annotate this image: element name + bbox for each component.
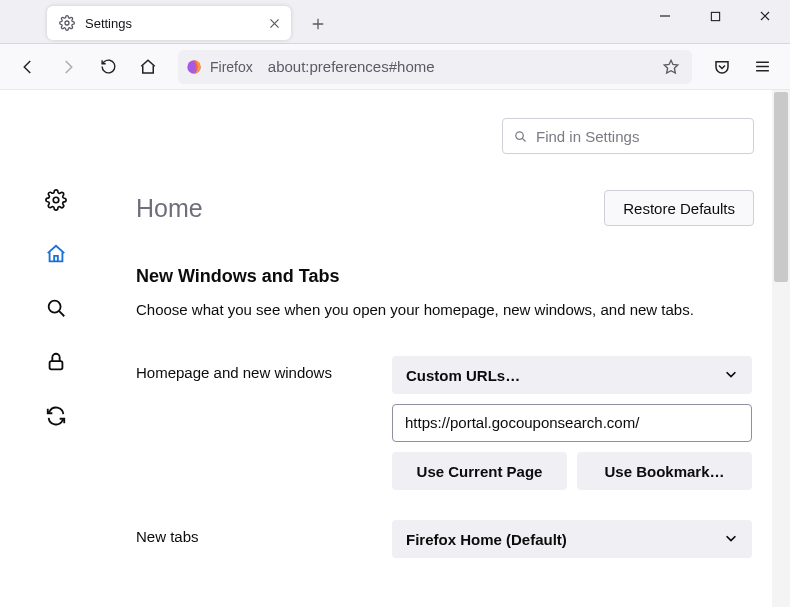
firefox-logo-icon — [186, 59, 202, 75]
pocket-button[interactable] — [704, 51, 740, 83]
bookmark-star-icon[interactable] — [658, 54, 684, 80]
sidebar-item-home[interactable] — [42, 240, 70, 268]
browser-tab[interactable]: Settings — [47, 6, 291, 40]
new-tab-button[interactable] — [304, 10, 332, 38]
homepage-url-value: https://portal.gocouponsearch.com/ — [405, 405, 739, 441]
sidebar-bottom — [0, 535, 112, 589]
newtabs-mode-value: Firefox Home (Default) — [406, 531, 567, 548]
search-placeholder: Find in Settings — [536, 128, 639, 145]
sidebar-item-general[interactable] — [42, 186, 70, 214]
title-bar: Settings — [0, 0, 790, 44]
svg-point-4 — [49, 301, 61, 313]
close-icon[interactable] — [265, 14, 283, 32]
section-heading: New Windows and Tabs — [136, 266, 754, 287]
search-icon — [513, 129, 528, 144]
reload-button[interactable] — [90, 51, 126, 83]
restore-defaults-label: Restore Defaults — [623, 200, 735, 217]
forward-button — [50, 51, 86, 83]
app-menu-button[interactable] — [744, 51, 780, 83]
gear-icon — [59, 15, 75, 31]
sidebar-item-sync[interactable] — [42, 402, 70, 430]
scrollbar[interactable] — [772, 90, 790, 607]
homepage-mode-value: Custom URLs… — [406, 367, 520, 384]
scrollbar-thumb[interactable] — [774, 92, 788, 282]
url-text: about:preferences#home — [268, 58, 650, 75]
use-bookmark-label: Use Bookmark… — [604, 463, 724, 480]
close-window-button[interactable] — [740, 0, 790, 32]
use-current-page-label: Use Current Page — [417, 463, 543, 480]
use-current-page-button[interactable]: Use Current Page — [392, 452, 567, 490]
tab-title: Settings — [85, 16, 255, 31]
use-bookmark-button[interactable]: Use Bookmark… — [577, 452, 752, 490]
svg-rect-5 — [50, 361, 63, 369]
url-bar[interactable]: Firefox about:preferences#home — [178, 50, 692, 84]
svg-point-8 — [516, 131, 524, 139]
newtabs-row: New tabs Firefox Home (Default) — [136, 520, 754, 558]
chevron-down-icon — [724, 531, 738, 548]
homepage-row: Homepage and new windows Custom URLs… ht… — [136, 356, 754, 490]
homepage-url-input[interactable]: https://portal.gocouponsearch.com/ — [392, 404, 752, 442]
homepage-mode-select[interactable]: Custom URLs… — [392, 356, 752, 394]
search-input[interactable]: Find in Settings — [502, 118, 754, 154]
window-controls — [640, 0, 790, 44]
nav-toolbar: Firefox about:preferences#home — [0, 44, 790, 90]
chevron-down-icon — [724, 367, 738, 384]
content-area: Find in Settings Home Restore Defaults N… — [0, 90, 790, 607]
url-scheme-label: Firefox — [210, 59, 260, 75]
svg-point-3 — [53, 197, 59, 203]
sidebar-item-privacy[interactable] — [42, 348, 70, 376]
page-title: Home — [136, 194, 203, 223]
back-button[interactable] — [10, 51, 46, 83]
restore-defaults-button[interactable]: Restore Defaults — [604, 190, 754, 226]
svg-rect-1 — [711, 12, 719, 20]
newtabs-mode-select[interactable]: Firefox Home (Default) — [392, 520, 752, 558]
main-panel: Find in Settings Home Restore Defaults N… — [112, 90, 790, 607]
section-description: Choose what you see when you open your h… — [136, 299, 754, 320]
sidebar-item-search[interactable] — [42, 294, 70, 322]
newtabs-label: New tabs — [136, 520, 374, 545]
home-toolbar-button[interactable] — [130, 51, 166, 83]
category-sidebar — [0, 90, 112, 607]
minimize-button[interactable] — [640, 0, 690, 32]
homepage-label: Homepage and new windows — [136, 356, 374, 381]
maximize-button[interactable] — [690, 0, 740, 32]
svg-point-0 — [65, 21, 69, 25]
